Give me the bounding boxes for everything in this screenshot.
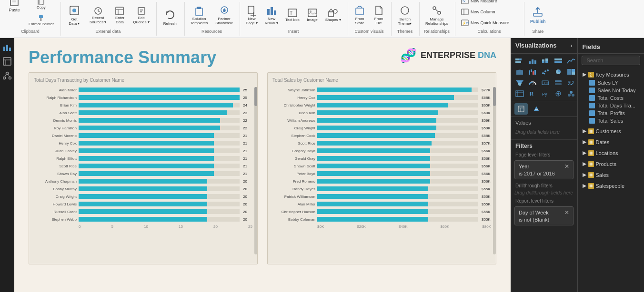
new-quick-measure-button[interactable]: ⚡fx New Quick Measure: [458, 18, 520, 28]
data-view-icon[interactable]: [2, 56, 12, 67]
viz-icon-stacked-bar[interactable]: [513, 56, 526, 66]
sales-header[interactable]: ▶ ▦ Sales: [581, 170, 642, 179]
svg-marker-87: [518, 83, 522, 86]
partner-showcase-button[interactable]: PartnerShowcase: [212, 3, 236, 27]
refresh-button[interactable]: Refresh: [160, 7, 181, 28]
year-filter-remove[interactable]: ✕: [564, 163, 569, 170]
solution-templates-button[interactable]: SolutionTemplates: [188, 3, 211, 27]
svg-line-56: [5, 74, 6, 77]
switch-theme-button[interactable]: SwitchTheme▾: [394, 3, 415, 28]
viz-icon-ribbon[interactable]: [513, 67, 526, 77]
model-view-icon[interactable]: [2, 70, 12, 81]
dates-header[interactable]: ▶ ▦ Dates: [581, 137, 642, 146]
svg-text:R: R: [530, 91, 533, 97]
svg-rect-74: [534, 70, 536, 75]
new-page-button[interactable]: NewPage ▾: [243, 3, 261, 27]
viz-icon-treemap[interactable]: [565, 67, 577, 77]
svg-point-53: [6, 72, 9, 75]
svg-point-111: [572, 94, 574, 97]
bar-row: Randy Hayes$55K: [272, 185, 491, 192]
panel-tab-fields[interactable]: [514, 103, 528, 115]
viz-icon-card[interactable]: 123: [539, 78, 552, 88]
copy-button[interactable]: Copy: [26, 0, 57, 11]
search-input[interactable]: [587, 58, 644, 63]
chart-total-sales[interactable]: Total Sales by Customer Name Wayne Johns…: [267, 72, 496, 264]
svg-rect-46: [533, 13, 542, 16]
bar-row: Dennis Morris22: [34, 117, 252, 124]
field-total-sales[interactable]: Total Sales: [581, 117, 642, 125]
svg-rect-82: [572, 72, 575, 75]
customers-header[interactable]: ▶ ▦ Customers: [581, 127, 642, 136]
text-box-button[interactable]: T Text box: [282, 6, 302, 24]
edit-queries-button[interactable]: EditQueries ▾: [130, 4, 152, 26]
new-column-button[interactable]: New Column: [458, 7, 520, 17]
viz-icon-arcgis[interactable]: [552, 88, 564, 99]
viz-icon-r-visual[interactable]: R: [526, 88, 539, 99]
svg-rect-60: [515, 61, 521, 63]
chart-right-title: Total Sales by Customer Name: [272, 78, 491, 83]
viz-icon-100pct-bar[interactable]: [552, 56, 564, 66]
viz-icon-pie[interactable]: [552, 67, 564, 77]
chart-total-days[interactable]: Total Days Transacting by Customer Name …: [29, 72, 258, 264]
viz-icon-stacked-col[interactable]: [539, 56, 552, 66]
calculations-group: fx New Measure New Column ⚡fx New Quick …: [458, 2, 524, 36]
svg-text:fx: fx: [463, 0, 465, 3]
field-group-key-measures: ▶ ∑ Key Measures Sales LY Sales Not Toda…: [578, 69, 644, 126]
get-data-button[interactable]: GetData ▾: [64, 3, 85, 28]
new-measure-button[interactable]: fx New Measure: [458, 0, 520, 6]
svg-text:T: T: [290, 10, 292, 16]
fields-list: ▶ ∑ Key Measures Sales LY Sales Not Toda…: [578, 67, 644, 292]
svg-rect-16: [138, 8, 145, 14]
bar-row: Brian Kim$60K: [272, 109, 491, 116]
enter-data-button[interactable]: EnterData: [111, 4, 128, 26]
shapes-button[interactable]: Shapes ▾: [322, 6, 344, 24]
report-view-icon[interactable]: [2, 42, 12, 52]
format-painter-button[interactable]: Format Painter: [26, 12, 57, 28]
viz-icon-kpi[interactable]: KPI: [565, 78, 577, 88]
viz-icon-gauge[interactable]: [526, 78, 539, 88]
year-filter-card[interactable]: Year ✕ is 2017 or 2016: [514, 160, 574, 179]
bar-row: Stephen Cook$58K: [272, 132, 491, 139]
publish-button[interactable]: Publish: [527, 5, 549, 26]
field-total-costs[interactable]: Total Costs: [581, 94, 642, 102]
day-of-week-filter-card[interactable]: Day of Week ✕ is not (Blank): [514, 206, 574, 225]
insert-group: NewPage ▾ NewVisual ▾ T Text box Image S…: [243, 2, 348, 36]
manage-relationships-button[interactable]: ManageRelationships: [423, 3, 451, 28]
viz-icon-python[interactable]: Py: [539, 88, 552, 99]
viz-icon-funnel[interactable]: [513, 78, 526, 88]
image-button[interactable]: Image: [304, 6, 321, 24]
share-group: Publish Share: [527, 2, 553, 36]
viz-icon-multi-row-card[interactable]: [552, 78, 564, 88]
svg-rect-7: [39, 0, 44, 4]
svg-rect-25: [267, 9, 270, 15]
salespeople-header[interactable]: ▶ ▦ Salespeople: [581, 181, 642, 190]
from-store-button[interactable]: FromStore: [351, 3, 368, 27]
viz-expand-arrow[interactable]: ›: [571, 42, 573, 49]
field-sales-not-today[interactable]: Sales Not Today: [581, 87, 642, 94]
field-total-days[interactable]: Total Days Tra...: [581, 102, 642, 109]
locations-header[interactable]: ▶ ▦ Locations: [581, 148, 642, 157]
svg-rect-63: [534, 60, 536, 64]
new-visual-button[interactable]: NewVisual ▾: [262, 3, 281, 27]
svg-rect-91: [555, 80, 562, 82]
viz-icon-waterfall[interactable]: [526, 67, 539, 77]
products-header[interactable]: ▶ ▦ Products: [581, 159, 642, 168]
key-measures-header[interactable]: ▶ ∑ Key Measures: [581, 70, 642, 79]
recent-sources-button[interactable]: RecentSources ▾: [87, 4, 110, 26]
viz-icon-bar[interactable]: [526, 56, 539, 66]
field-total-profits[interactable]: Total Profits: [581, 109, 642, 117]
svg-rect-68: [554, 58, 562, 60]
viz-icon-line[interactable]: [565, 56, 577, 66]
field-measure-icon: [589, 80, 595, 86]
viz-icon-scatter[interactable]: [539, 67, 552, 77]
viz-icon-custom1[interactable]: [565, 88, 577, 99]
key-measures-table-icon: ∑: [588, 72, 594, 78]
brand-logo: 🧬 ENTERPRISE DNA: [400, 48, 496, 63]
viz-icon-matrix[interactable]: [513, 88, 526, 99]
paste-button[interactable]: Paste: [4, 0, 25, 14]
field-sales-ly[interactable]: Sales LY: [581, 79, 642, 87]
panel-tab-format[interactable]: [530, 103, 543, 115]
day-filter-remove[interactable]: ✕: [564, 209, 569, 216]
fields-search-box[interactable]: [582, 56, 641, 65]
from-file-button[interactable]: FromFile: [370, 3, 387, 27]
